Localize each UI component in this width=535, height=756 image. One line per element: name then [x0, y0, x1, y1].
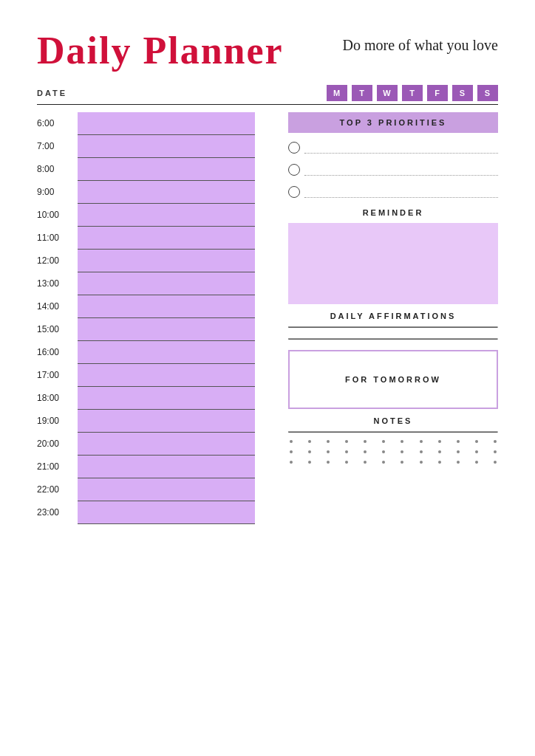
day-box-t-1[interactable]: T [352, 85, 372, 101]
day-box-f-4[interactable]: F [427, 85, 448, 101]
time-block-16:00[interactable] [78, 341, 255, 363]
notes-dot [457, 461, 460, 464]
time-block-15:00[interactable] [78, 318, 255, 340]
time-label-13:00: 13:00 [37, 272, 78, 295]
time-block-21:00[interactable] [78, 456, 255, 478]
page-title: Daily Planner [37, 30, 284, 72]
notes-dot [327, 461, 330, 464]
priority-item-1[interactable] [288, 142, 498, 154]
time-label-22:00: 22:00 [37, 478, 78, 501]
time-block-11:00[interactable] [78, 227, 255, 249]
affirmations-line-1 [288, 326, 498, 328]
notes-dot [401, 440, 403, 443]
time-block-18:00[interactable] [78, 387, 255, 409]
time-block-13:00[interactable] [78, 272, 255, 295]
time-label-6:00: 6:00 [37, 112, 78, 134]
day-box-s-5[interactable]: S [452, 85, 473, 101]
schedule-item: 6:00 [37, 112, 266, 135]
schedule-item: 22:00 [37, 478, 266, 501]
schedule-item: 23:00 [37, 501, 266, 524]
page-header: Daily Planner Do more of what you love [37, 30, 498, 72]
time-block-7:00[interactable] [78, 135, 255, 157]
time-label-19:00: 19:00 [37, 410, 78, 432]
time-block-9:00[interactable] [78, 181, 255, 203]
notes-dot [364, 461, 367, 464]
notes-dot [475, 440, 478, 443]
notes-dot [494, 461, 497, 464]
notes-dot [420, 450, 423, 453]
time-label-14:00: 14:00 [37, 295, 78, 317]
time-label-18:00: 18:00 [37, 387, 78, 409]
priority-item-2[interactable] [288, 164, 498, 176]
schedule-item: 18:00 [37, 387, 266, 410]
reminder-box[interactable] [288, 223, 498, 304]
time-block-22:00[interactable] [78, 478, 255, 501]
schedule-column: 6:007:008:009:0010:0011:0012:0013:0014:0… [37, 112, 266, 524]
day-box-t-3[interactable]: T [402, 85, 423, 101]
notes-dot [327, 440, 330, 443]
schedule-item: 12:00 [37, 250, 266, 272]
schedule-item: 16:00 [37, 341, 266, 364]
schedule-item: 7:00 [37, 135, 266, 158]
notes-dot [327, 450, 330, 453]
main-layout: 6:007:008:009:0010:0011:0012:0013:0014:0… [37, 112, 498, 524]
time-block-20:00[interactable] [78, 433, 255, 455]
time-block-8:00[interactable] [78, 158, 255, 180]
notes-dot [494, 450, 497, 453]
time-label-16:00: 16:00 [37, 341, 78, 363]
day-box-m-0[interactable]: M [327, 85, 347, 101]
time-block-10:00[interactable] [78, 204, 255, 226]
notes-dot [420, 440, 423, 443]
tomorrow-box[interactable]: FOR TOMORROW [288, 350, 498, 409]
schedule-item: 11:00 [37, 227, 266, 250]
priority-dots-1 [304, 146, 498, 154]
schedule-item: 14:00 [37, 295, 266, 318]
schedule-item: 19:00 [37, 410, 266, 433]
page-subtitle: Do more of what you love [342, 37, 498, 54]
time-block-17:00[interactable] [78, 364, 255, 386]
notes-dot [475, 450, 478, 453]
notes-dot [438, 440, 441, 443]
priority-dots-2 [304, 168, 498, 176]
notes-dot [345, 450, 348, 453]
time-label-21:00: 21:00 [37, 456, 78, 478]
notes-dot [345, 461, 348, 464]
time-label-15:00: 15:00 [37, 318, 78, 340]
notes-dot [457, 440, 460, 443]
schedule-item: 8:00 [37, 158, 266, 181]
date-row: DATE MTWTFSS [37, 85, 498, 101]
notes-dot [308, 440, 311, 443]
notes-dot [457, 450, 460, 453]
notes-dot [438, 461, 441, 464]
time-label-8:00: 8:00 [37, 158, 78, 180]
notes-label: NOTES [288, 416, 498, 425]
time-underline-23:00 [78, 523, 255, 524]
day-box-w-2[interactable]: W [377, 85, 398, 101]
time-label-23:00: 23:00 [37, 501, 78, 523]
notes-dot [364, 450, 367, 453]
priority-circle-1 [288, 142, 300, 154]
affirmations-label: DAILY AFFIRMATIONS [288, 312, 498, 320]
schedule-item: 10:00 [37, 204, 266, 227]
priority-circle-2 [288, 164, 300, 176]
notes-dot [345, 440, 348, 443]
time-block-23:00[interactable] [78, 501, 255, 523]
time-block-6:00[interactable] [78, 112, 255, 134]
schedule-item: 15:00 [37, 318, 266, 341]
reminder-label: REMINDER [288, 208, 498, 217]
schedule-item: 21:00 [37, 456, 266, 478]
priority-item-3[interactable] [288, 186, 498, 198]
schedule-item: 9:00 [37, 181, 266, 204]
notes-dot [364, 440, 367, 443]
time-block-12:00[interactable] [78, 250, 255, 272]
day-box-s-6[interactable]: S [477, 85, 498, 101]
time-block-19:00[interactable] [78, 410, 255, 432]
time-block-14:00[interactable] [78, 295, 255, 317]
notes-dot [382, 450, 385, 453]
notes-dot [382, 461, 385, 464]
notes-dot [382, 440, 385, 443]
schedule-item: 13:00 [37, 272, 266, 295]
affirmations-line-2 [288, 338, 498, 340]
priority-dots-3 [304, 190, 498, 198]
header-divider [37, 104, 498, 105]
